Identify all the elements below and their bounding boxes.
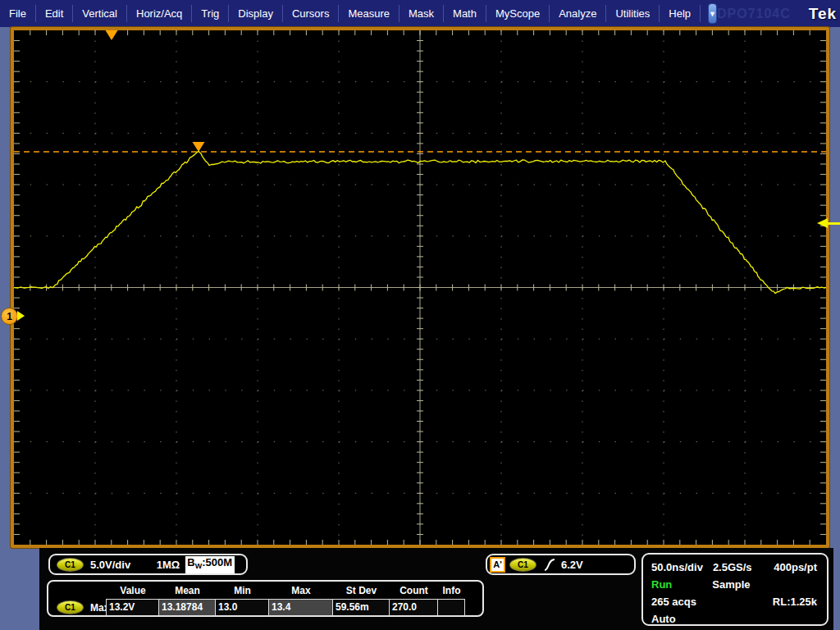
timebase-value: 50.0ns/div — [651, 561, 703, 573]
table-cell-info — [437, 599, 465, 616]
menu-items: FileEditVerticalHoriz/AcqTrigDisplayCurs… — [0, 0, 701, 27]
menu-item-horizacq[interactable]: Horiz/Acq — [127, 5, 192, 22]
table-header-stdev: St Dev — [333, 583, 390, 599]
menu-item-vertical[interactable]: Vertical — [73, 5, 127, 22]
menu-item-math[interactable]: Math — [444, 5, 486, 22]
model-number-text: DPO7104C — [717, 7, 791, 21]
menu-item-display[interactable]: Display — [229, 5, 283, 22]
menu-item-utilities[interactable]: Utilities — [606, 5, 660, 22]
rising-edge-icon — [544, 558, 555, 572]
waveform-canvas — [14, 30, 826, 545]
menu-dropdown-button[interactable]: ▼ — [708, 3, 717, 24]
menu-item-measure[interactable]: Measure — [339, 5, 399, 22]
channel1-vertical-scale: 5.0V/div — [90, 559, 130, 571]
tek-logo: Tek — [809, 5, 837, 23]
oscilloscope-app-window: FileEditVerticalHoriz/AcqTrigDisplayCurs… — [0, 0, 840, 630]
menu-item-analyze[interactable]: Analyze — [550, 5, 606, 22]
table-cell-min: 13.0 — [215, 599, 269, 616]
acquisition-count: 265 acqs — [651, 596, 696, 608]
record-length: RL:1.25k — [773, 596, 817, 608]
max-annotation-marker-icon — [193, 142, 205, 152]
table-cell-value: 13.2V — [106, 599, 159, 616]
table-header-spacer — [48, 583, 107, 599]
table-cell-mean: 13.18784 — [158, 599, 216, 616]
trigger-source-channel-badge[interactable]: C1 — [509, 558, 536, 572]
menu-item-mask[interactable]: Mask — [399, 5, 444, 22]
bandwidth-prefix: B — [187, 556, 194, 568]
acquisition-mode: Sample — [712, 578, 750, 591]
table-header-min: Min — [216, 583, 269, 599]
sample-rate-value: 2.5GS/s — [713, 561, 752, 573]
trigger-mode: Auto — [651, 613, 676, 625]
menu-item-cursors[interactable]: Cursors — [283, 5, 340, 22]
channel1-impedance: 1MΩ — [157, 559, 180, 571]
channel1-marker-arrow-icon — [17, 311, 25, 321]
resolution-value: 400ps/pt — [774, 561, 817, 573]
menu-bar: FileEditVerticalHoriz/AcqTrigDisplayCurs… — [0, 0, 840, 27]
table-header-info: Info — [438, 583, 465, 599]
menu-item-trig[interactable]: Trig — [192, 5, 229, 22]
table-header-value: Value — [107, 583, 159, 599]
channel1-badge[interactable]: C1 — [57, 558, 84, 572]
measurement-table-box[interactable]: ValueMeanMinMaxSt DevCountInfoC1Max*13.2… — [47, 580, 484, 617]
trigger-arrow-shaft — [828, 222, 840, 225]
trigger-arrow-head — [817, 218, 828, 228]
acquisition-state: Run — [651, 578, 672, 591]
menu-item-edit[interactable]: Edit — [36, 5, 73, 22]
channel1-readout-box[interactable]: C1 5.0V/div 1MΩ BW:500M — [48, 554, 248, 575]
readout-panel: C1 5.0V/div 1MΩ BW:500M A' C1 6.2V 50.0n… — [0, 548, 840, 630]
chevron-down-icon: ▼ — [709, 10, 716, 18]
trigger-level-value: 6.2V — [561, 559, 583, 571]
trigger-position-marker-icon[interactable] — [106, 30, 118, 40]
horizontal-readout-box[interactable]: 50.0ns/div 2.5GS/s 400ps/pt Run Sample 2… — [641, 553, 829, 626]
measurement-channel-badge[interactable]: C1 — [57, 600, 84, 614]
table-cell-max: 13.4 — [268, 599, 333, 616]
channel1-reference-marker[interactable]: 1 — [1, 308, 18, 325]
table-cell-count: 270.0 — [389, 599, 438, 616]
bandwidth-subscript: W — [195, 562, 203, 570]
trigger-a-badge: A' — [490, 557, 505, 573]
scope-display-area: 1 — [0, 27, 840, 548]
menu-item-myscope[interactable]: MyScope — [486, 5, 550, 22]
table-header-count: Count — [390, 583, 438, 599]
measurement-row-label: C1Max* — [48, 599, 107, 616]
measurement-table: ValueMeanMinMaxSt DevCountInfoC1Max*13.2… — [48, 583, 482, 616]
table-header-max: Max — [269, 583, 333, 599]
trigger-readout-box[interactable]: A' C1 6.2V — [486, 554, 636, 575]
menu-item-file[interactable]: File — [0, 5, 36, 22]
table-header-mean: Mean — [159, 583, 216, 599]
menu-item-help[interactable]: Help — [660, 5, 701, 22]
channel1-bandwidth[interactable]: BW:500M — [185, 556, 235, 573]
bandwidth-value: :500M — [202, 556, 232, 568]
graticule[interactable] — [11, 27, 829, 548]
table-cell-stdev: 59.56m — [332, 599, 390, 616]
trigger-level-arrow-icon[interactable] — [817, 218, 840, 228]
